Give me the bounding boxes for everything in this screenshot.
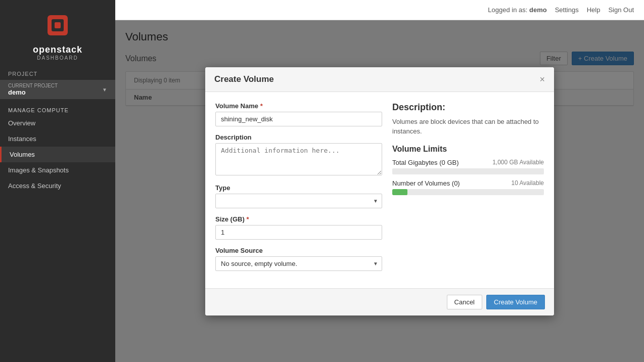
modal-form: Volume Name * Description Type xyxy=(215,102,382,278)
type-group: Type xyxy=(215,184,382,208)
page-content: Volumes Volumes Filter + Create Volume D… xyxy=(115,20,644,362)
username: demo xyxy=(529,6,547,14)
sidebar-images-label: Images & Snapshots xyxy=(8,166,69,174)
type-select[interactable] xyxy=(215,194,382,208)
settings-link[interactable]: Settings xyxy=(555,6,579,14)
topbar-right: Logged in as: demo Settings Help Sign Ou… xyxy=(488,6,634,14)
description-title: Description: xyxy=(392,102,544,113)
topbar: Logged in as: demo Settings Help Sign Ou… xyxy=(115,0,644,20)
type-label: Type xyxy=(215,184,382,192)
size-group: Size (GB) * xyxy=(215,215,382,240)
volume-name-label: Volume Name * xyxy=(215,102,382,110)
volume-source-select[interactable]: No source, empty volume. xyxy=(215,256,382,271)
modal-description-panel: Description: Volumes are block devices t… xyxy=(392,102,544,278)
description-textarea[interactable] xyxy=(215,143,382,175)
sidebar-item-volumes[interactable]: Volumes xyxy=(0,147,115,162)
sidebar-access-label: Access & Security xyxy=(8,182,61,190)
openstack-logo-icon xyxy=(40,8,75,42)
sidebar-item-access-security[interactable]: Access & Security xyxy=(0,178,115,194)
volume-source-label: Volume Source xyxy=(215,247,382,254)
modal-close-button[interactable]: × xyxy=(539,75,545,84)
required-star-name: * xyxy=(260,102,263,110)
modal-footer: Cancel Create Volume xyxy=(205,288,554,315)
type-select-wrapper xyxy=(215,194,382,208)
number-of-volumes-label-row: Number of Volumes (0) 10 Available xyxy=(392,179,544,187)
volume-name-group: Volume Name * xyxy=(215,102,382,126)
modal-header: Create Volume × xyxy=(205,67,554,92)
openstack-label: openstack xyxy=(33,44,82,55)
size-input[interactable] xyxy=(215,225,382,240)
volume-source-group: Volume Source No source, empty volume. xyxy=(215,247,382,271)
volume-source-select-wrapper: No source, empty volume. xyxy=(215,256,382,271)
sidebar-volumes-label: Volumes xyxy=(10,151,35,158)
modal-overlay: Create Volume × Volume Name * xyxy=(115,20,644,362)
total-gigabytes-available: 1,000 GB Available xyxy=(492,159,544,166)
modal-body: Volume Name * Description Type xyxy=(205,92,554,288)
gigabytes-progress-bg xyxy=(392,168,544,174)
logo-area: openstack dashboard xyxy=(0,0,115,65)
description-group: Description xyxy=(215,133,382,177)
create-volume-modal: Create Volume × Volume Name * xyxy=(205,67,554,315)
signout-link[interactable]: Sign Out xyxy=(608,6,634,14)
number-of-volumes-row: Number of Volumes (0) 10 Available xyxy=(392,179,544,195)
project-selector[interactable]: CURRENT PROJECT demo ▼ xyxy=(0,80,115,99)
number-of-volumes-available: 10 Available xyxy=(512,179,544,187)
chevron-down-icon: ▼ xyxy=(102,87,107,93)
project-section-label: Project xyxy=(0,65,115,80)
volumes-progress-bg xyxy=(392,189,544,195)
sidebar-overview-label: Overview xyxy=(8,119,35,127)
manage-compute-heading: Manage Compute xyxy=(0,103,115,115)
main-content: Logged in as: demo Settings Help Sign Ou… xyxy=(115,0,644,362)
required-star-size: * xyxy=(246,215,249,223)
help-link[interactable]: Help xyxy=(587,6,601,14)
current-project-name: demo xyxy=(8,88,58,96)
logged-in-label: Logged in as: demo xyxy=(488,6,546,14)
total-gigabytes-label-row: Total Gigabytes (0 GB) 1,000 GB Availabl… xyxy=(392,159,544,166)
sidebar: openstack dashboard Project CURRENT PROJ… xyxy=(0,0,115,362)
total-gigabytes-row: Total Gigabytes (0 GB) 1,000 GB Availabl… xyxy=(392,159,544,174)
sidebar-item-images-snapshots[interactable]: Images & Snapshots xyxy=(0,162,115,178)
description-text: Volumes are block devices that can be at… xyxy=(392,117,544,137)
svg-rect-2 xyxy=(55,22,61,28)
create-volume-submit-button[interactable]: Create Volume xyxy=(486,295,545,309)
volume-limits-title: Volume Limits xyxy=(392,145,544,154)
description-label: Description xyxy=(215,133,382,141)
number-of-volumes-label: Number of Volumes (0) xyxy=(392,179,460,187)
total-gigabytes-label: Total Gigabytes (0 GB) xyxy=(392,159,459,166)
dashboard-label: dashboard xyxy=(37,55,78,61)
size-label: Size (GB) * xyxy=(215,215,382,223)
sidebar-item-instances[interactable]: Instances xyxy=(0,131,115,147)
sidebar-instances-label: Instances xyxy=(8,135,36,143)
modal-title: Create Volume xyxy=(214,74,274,84)
cancel-button[interactable]: Cancel xyxy=(447,295,482,309)
volumes-progress-fill xyxy=(392,189,407,195)
volume-name-input[interactable] xyxy=(215,112,382,126)
sidebar-item-overview[interactable]: Overview xyxy=(0,115,115,131)
current-project-label: CURRENT PROJECT xyxy=(8,83,58,88)
